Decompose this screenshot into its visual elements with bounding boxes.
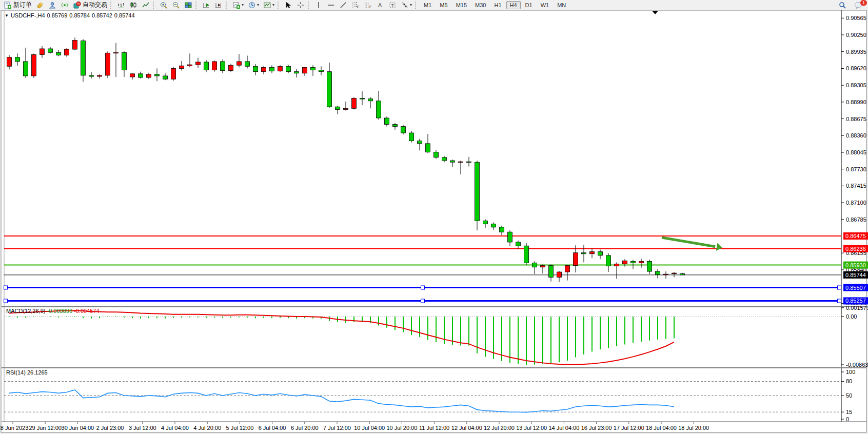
toolbar-grip [308, 2, 311, 9]
time-label: 2 Jul 23:00 [96, 425, 124, 431]
time-label: 6 Jul 20:00 [291, 425, 319, 431]
svg-text:E: E [357, 5, 360, 9]
signals-button[interactable] [59, 0, 70, 10]
mt-terminal: { "toolbar": { "new_order_label": "新订单",… [0, 0, 868, 434]
new-order-button[interactable]: 新订单 [2, 0, 33, 10]
macd-label: MACD(12,26,9) -0.003896 -0.004574 [6, 308, 100, 314]
zoom-out-icon [172, 1, 180, 9]
tf-MN[interactable]: MN [554, 1, 569, 9]
toolbar-grip [415, 2, 419, 9]
candle-chart-button[interactable] [128, 0, 139, 10]
svg-text:F: F [369, 5, 371, 9]
time-label: 18 Jul 04:00 [646, 425, 677, 431]
line-drag-handle[interactable] [838, 286, 841, 289]
bar-chart-button[interactable] [115, 0, 127, 10]
tile-windows-button[interactable] [183, 0, 194, 10]
signals-icon [61, 1, 69, 9]
tf-W1[interactable]: W1 [537, 1, 553, 9]
time-label: 28 Jun 2023 [0, 425, 28, 431]
search-button[interactable] [837, 0, 848, 10]
price-tick-label: 0.87415 [846, 183, 866, 189]
chevron-down-icon: ▾ [242, 3, 244, 7]
cursor-button[interactable] [283, 0, 294, 10]
toolbar-right: 1 [836, 0, 865, 10]
new-chart-icon [232, 1, 241, 9]
macd-name: MACD(12,26,9) [6, 308, 45, 314]
tf-H1[interactable]: H1 [490, 1, 505, 9]
candle [212, 61, 217, 72]
price-chip-label: 0.85507 [845, 285, 866, 291]
text-tool-button[interactable]: A [374, 0, 386, 10]
zoom-out-button[interactable] [170, 0, 182, 10]
shapes-button[interactable]: ▾ [399, 0, 413, 10]
price-tick-label: 0.89620 [846, 65, 866, 71]
ticket-button[interactable] [34, 0, 46, 10]
candle [171, 67, 176, 81]
tf-M1[interactable]: M1 [420, 1, 435, 9]
line-chart-button[interactable] [140, 0, 151, 10]
line-drag-handle[interactable] [838, 299, 841, 303]
line-drag-handle[interactable] [421, 299, 425, 303]
time-label: 11 Jul 12:00 [419, 425, 449, 431]
crosshair-button[interactable] [295, 0, 306, 10]
community-icon [48, 1, 56, 9]
ohlc-high: 0.85784 [69, 12, 90, 18]
cursor-icon [284, 1, 292, 9]
chat-badge: 1 [860, 0, 867, 6]
auto-scroll-button[interactable] [201, 0, 212, 10]
zoom-group [157, 0, 194, 10]
community-button[interactable] [47, 0, 58, 10]
autotrade-button[interactable]: 自动交易 [71, 0, 109, 10]
fibo-fan-tool-button[interactable]: F [362, 0, 373, 10]
hline-tool-button[interactable] [325, 0, 337, 10]
chart-dropdown-icon[interactable]: ▼ [5, 13, 9, 18]
line-drag-handle[interactable] [421, 286, 425, 289]
tf-D1[interactable]: D1 [522, 1, 536, 9]
new-chart-button[interactable]: ▾ [231, 0, 245, 10]
new-order-label: 新订单 [13, 1, 32, 9]
arrows-icon [401, 1, 409, 9]
time-label: 6 Jul 04:00 [259, 425, 286, 431]
vline-tool-button[interactable] [313, 0, 324, 10]
price-tick-label: 0.88360 [846, 132, 866, 139]
price-tick-label: 0.88675 [846, 116, 866, 122]
macd-axis-label: 0.00 [846, 313, 857, 320]
tf-H4[interactable]: H4 [506, 1, 521, 9]
candle [401, 125, 406, 134]
candle [106, 51, 110, 78]
zoom-in-icon [160, 1, 168, 9]
chat-button[interactable]: 1 [853, 0, 864, 10]
zoom-in-button[interactable] [158, 0, 169, 10]
line-drag-handle[interactable] [4, 299, 8, 303]
candle [352, 97, 357, 109]
time-label: 13 Jul 12:00 [516, 425, 547, 431]
templates-button[interactable]: ▾ [262, 0, 276, 10]
macd-axis-label: -0.008633 [846, 362, 868, 368]
rsi-axis-label: 0 [846, 416, 849, 422]
macd-signal-value: -0.004574 [74, 308, 100, 314]
trendline-tool-button[interactable] [338, 0, 349, 10]
price-tick-label: 0.86785 [846, 216, 866, 223]
profiles-button[interactable]: ▾ [246, 0, 261, 10]
label-tool-button[interactable]: T [387, 0, 398, 10]
tf-M30[interactable]: M30 [471, 1, 489, 9]
candle [475, 161, 480, 230]
candle-chart-icon [129, 1, 137, 9]
rsi-value: 26.1265 [27, 369, 48, 376]
objects-group: E F A T ▾ [312, 0, 414, 10]
new-order-icon [4, 1, 12, 9]
time-label: 4 Jul 20:00 [193, 425, 221, 431]
price-tick-label: 0.90565 [846, 15, 866, 21]
time-label: 12 Jul 04:00 [451, 425, 482, 431]
line-drag-handle[interactable] [4, 286, 8, 289]
time-label: 17 Jul 12:00 [614, 425, 644, 431]
vline-icon [314, 1, 323, 9]
tf-M5[interactable]: M5 [436, 1, 451, 9]
price-chip-label: 0.86475 [845, 233, 866, 239]
tf-M15[interactable]: M15 [452, 1, 470, 9]
chart-mgmt-group: ▾ ▾ ▾ [230, 0, 277, 10]
chart-shift-button[interactable] [213, 0, 224, 10]
time-label: 14 Jul 04:00 [548, 425, 579, 431]
fibo-icon: E [351, 1, 360, 9]
fibo-tool-button[interactable]: E [350, 0, 361, 10]
